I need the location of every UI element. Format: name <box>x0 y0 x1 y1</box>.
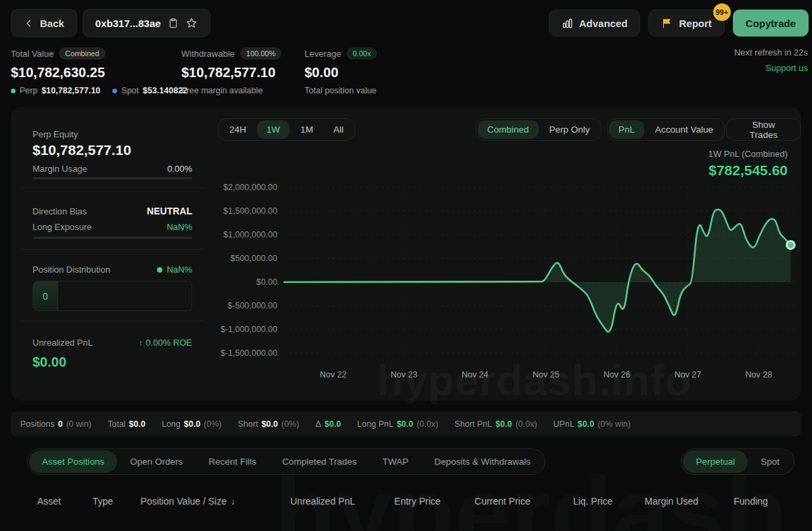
x-axis-tick: Nov 26 <box>604 370 631 379</box>
margin-usage-bar <box>32 177 192 179</box>
column-header-unrealized-pnl[interactable]: Unrealized PnL <box>290 496 394 507</box>
chart-summary-label: 1W PnL (Combined) <box>708 149 788 159</box>
metric-tab-account-value[interactable]: Account Value <box>646 120 723 139</box>
flag-icon <box>661 18 673 29</box>
roe-value: 0.00% ROE <box>145 338 192 348</box>
long-exposure-label: Long Exposure <box>32 222 91 232</box>
metric-tab-pnl[interactable]: PnL <box>609 120 644 139</box>
y-axis-tick: $1,500,000.00 <box>223 206 277 216</box>
tab-deposits-withdrawals[interactable]: Deposits & Withdrawals <box>422 451 544 473</box>
combined-badge: Combined <box>59 47 105 60</box>
positions-stat-short-pnl: Short PnL$0.0(0.0x) <box>455 419 537 429</box>
perp-equity-value: $10,782,577.10 <box>32 142 131 158</box>
advanced-label: Advanced <box>579 18 628 29</box>
position-distribution-widget[interactable]: 0 <box>32 281 192 311</box>
market-toggle-group: PerpetualSpot <box>681 448 794 475</box>
tab-asset-positions[interactable]: Asset Positions <box>29 451 117 473</box>
advanced-button[interactable]: Advanced <box>549 9 641 37</box>
positions-summary-bar: Positions0(0 win)Total$0.0Long$0.0(0%)Sh… <box>11 411 801 436</box>
long-exposure-bar <box>32 237 192 239</box>
column-header-entry-price[interactable]: Entry Price <box>394 496 475 507</box>
column-header-liq-price[interactable]: Liq. Price <box>573 496 645 507</box>
x-axis-tick: Nov 23 <box>390 370 418 379</box>
long-exposure-value: NaN% <box>166 222 192 232</box>
column-header-current-price[interactable]: Current Price <box>474 496 573 507</box>
y-axis-tick: $1,000,000.00 <box>223 230 277 239</box>
copy-icon[interactable] <box>168 18 179 29</box>
y-axis-tick: $500,000.00 <box>230 254 277 263</box>
leverage-sub: Total position value <box>304 86 377 95</box>
range-tab-all[interactable]: All <box>324 120 353 139</box>
total-value-amount: $10,782,630.25 <box>11 65 187 80</box>
column-header-margin-used[interactable]: Margin Used <box>645 496 734 507</box>
y-axis-tick: $-1,500,000.00 <box>221 348 277 358</box>
x-axis-tick: Nov 24 <box>461 370 489 379</box>
back-button[interactable]: Back <box>11 9 77 37</box>
pnl-area-chart[interactable]: $2,000,000.00$1,500,000.00$1,000,000.00$… <box>206 175 801 400</box>
divider <box>22 320 203 321</box>
show-trades-button[interactable]: Show Trades <box>726 118 801 141</box>
equity-chart-card: Perp Equity $10,782,577.10 Margin Usage … <box>11 107 801 400</box>
column-header-asset[interactable]: Asset <box>37 496 93 507</box>
leverage-amount: $0.00 <box>304 65 377 80</box>
range-tab-1m[interactable]: 1M <box>291 120 323 139</box>
star-icon[interactable] <box>185 17 198 29</box>
margin-usage-value: 0.00% <box>167 164 192 174</box>
withdrawable-sub: Free margin available <box>181 86 281 95</box>
leverage-label: Leverage <box>304 49 341 59</box>
positions-stat-upnl: UPnL$0.0(0% win) <box>554 419 631 429</box>
column-header-type[interactable]: Type <box>93 496 141 507</box>
distribution-dot-icon <box>157 267 162 273</box>
notification-badge: 99+ <box>713 3 731 21</box>
mode-tab-perp-only[interactable]: Perp Only <box>540 120 600 139</box>
positions-stat-short: Short$0.0(0%) <box>238 419 300 429</box>
leverage-badge: 0.00x <box>346 47 377 60</box>
market-tab-spot[interactable]: Spot <box>748 451 792 473</box>
column-header-funding[interactable]: Funding <box>734 496 801 507</box>
x-axis-tick: Nov 27 <box>675 370 702 379</box>
back-label: Back <box>40 18 64 29</box>
topbar-right: Advanced Report 99+ Copytrade <box>549 9 809 37</box>
positions-stat--: Δ$0.0 <box>315 419 341 429</box>
perp-value: $10,782,577.10 <box>41 86 100 95</box>
tab-open-orders[interactable]: Open Orders <box>117 451 196 473</box>
position-distribution-label: Position Distribution <box>32 264 110 275</box>
divider <box>22 187 203 188</box>
topbar-left: Back 0xb317...83ae <box>11 9 210 37</box>
margin-usage-label: Margin Usage <box>32 164 87 174</box>
market-tab-perpetual[interactable]: Perpetual <box>683 451 748 473</box>
withdrawable-badge: 100.00% <box>240 47 281 60</box>
refresh-block: Next refresh in 22s Support us <box>734 47 808 73</box>
tab-recent-fills[interactable]: Recent Fills <box>196 451 269 473</box>
tab-completed-trades[interactable]: Completed Trades <box>269 451 369 473</box>
column-header-position-value-size[interactable]: Position Value / Size↓ <box>141 496 290 507</box>
mode-tab-combined[interactable]: Combined <box>478 120 539 139</box>
chevron-left-icon <box>24 18 34 28</box>
positions-table-header: AssetTypePosition Value / Size↓Unrealize… <box>11 496 801 507</box>
metric-group: PnLAccount Value <box>607 118 725 141</box>
support-us-link[interactable]: Support us <box>734 63 808 73</box>
perp-label: Perp <box>20 86 37 95</box>
address-text: 0xb317...83ae <box>95 18 161 29</box>
bottom-tabs-group: Asset PositionsOpen OrdersRecent FillsCo… <box>27 448 545 475</box>
arrow-up-icon: ↑ <box>139 338 143 348</box>
y-axis-tick: $2,000,000.00 <box>223 183 277 192</box>
positions-stat-long: Long$0.0(0%) <box>162 419 222 429</box>
stat-total-value: Total Value Combined $10,782,630.25 Perp… <box>11 47 187 95</box>
range-tab-24h[interactable]: 24H <box>220 120 256 139</box>
perp-equity-label: Perp Equity <box>32 128 78 140</box>
refresh-countdown: Next refresh in 22s <box>734 47 808 57</box>
positions-stat-positions: Positions0(0 win) <box>20 419 91 429</box>
trader-dashboard-page: { "topbar": { "back_label": "Back", "add… <box>0 0 812 531</box>
direction-bias-label: Direction Bias <box>32 206 87 216</box>
y-axis-tick: $0.00 <box>256 277 277 287</box>
time-range-group: 24H1W1MAll <box>218 118 355 141</box>
tab-twap[interactable]: TWAP <box>369 451 422 473</box>
direction-bias-value: NEUTRAL <box>147 206 192 216</box>
range-tab-1w[interactable]: 1W <box>257 120 290 139</box>
copytrade-button[interactable]: Copytrade <box>733 9 809 37</box>
latest-point-marker <box>786 241 794 249</box>
unrealized-pnl-value: $0.00 <box>32 354 66 370</box>
distribution-count-cell: 0 <box>33 281 58 310</box>
address-pill[interactable]: 0xb317...83ae <box>83 9 210 37</box>
